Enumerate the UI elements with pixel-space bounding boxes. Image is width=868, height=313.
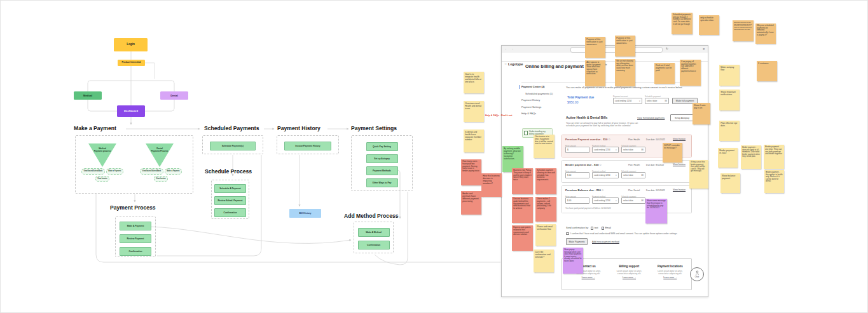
- learn-more-link[interactable]: Learn more →: [653, 276, 687, 279]
- make-payments-button[interactable]: Make Payments: [566, 238, 588, 245]
- sticky-note[interactable]: Alert spouse to make a payment. Show wha…: [585, 60, 605, 86]
- sticky-note[interactable]: Purpose of this notification is just awa…: [615, 36, 635, 57]
- sticky-note[interactable]: Make autopay flow: [719, 65, 740, 86]
- star-icon[interactable]: ☆: [504, 62, 507, 65]
- sticky-note[interactable]: Schedule payment allowing on time and sc…: [535, 168, 556, 194]
- flow-box[interactable]: Schedule Payment(s): [210, 142, 256, 150]
- heading-payment-process[interactable]: Payment Process: [110, 204, 156, 211]
- flow-box[interactable]: Schedule A Payment: [214, 184, 246, 193]
- sticky-note[interactable]: Is dental and health have separate membe…: [464, 130, 484, 152]
- heading-schedule-process[interactable]: Schedule Process: [205, 168, 252, 175]
- info-icon[interactable]: ⓘ: [609, 138, 610, 141]
- flow-pill[interactable]: View Invoice: [154, 176, 169, 182]
- sticky-note[interactable]: Express pain points related to this requ…: [512, 225, 533, 251]
- sidebar-item[interactable]: Payment History: [521, 98, 560, 102]
- sticky-note[interactable]: Can it be confirmation and reminder?: [534, 250, 554, 272]
- heading-scheduled-payments[interactable]: Scheduled Payments: [204, 125, 259, 131]
- flow-box[interactable]: Make A Payment: [120, 222, 151, 230]
- payment-method-select[interactable]: card ending 1234∨: [592, 197, 619, 204]
- scheduled-payments-frame[interactable]: Schedule Payment(s): [202, 135, 263, 154]
- flow-node-dashboard[interactable]: Dashboard: [117, 105, 145, 117]
- schedule-process-frame[interactable]: Schedule A PaymentReview Sched. PaymentC…: [211, 180, 249, 219]
- payment-method-select[interactable]: card ending 1234∨: [592, 172, 619, 178]
- sticky-note[interactable]: Binder and premium have different paymen…: [461, 191, 481, 215]
- sticky-note[interactable]: Show some message that this invoice is s…: [645, 199, 667, 223]
- flow-box[interactable]: Review Sched. Payment: [214, 196, 246, 205]
- make-a-payment-frame[interactable]: [75, 135, 193, 194]
- sticky-note[interactable]: If we paying all payment together, can a…: [680, 60, 701, 86]
- flow-box[interactable]: Confirmation: [214, 208, 246, 217]
- flow-box[interactable]: Set up Autopay: [366, 154, 398, 163]
- heading-payment-history[interactable]: Payment History: [277, 125, 320, 131]
- sticky-note[interactable]: Show important notifications: [719, 90, 740, 110]
- flow-box[interactable]: Invoice/Payment History: [284, 142, 331, 150]
- amount-input[interactable]: $ 40: [565, 172, 589, 178]
- sticky-note[interactable]: SETUP reminder txt message?: [663, 143, 682, 163]
- flow-pill[interactable]: View/Saved/Sched/Bank: [140, 168, 163, 175]
- reload-icon[interactable]: ↻: [666, 47, 668, 50]
- learn-more-link[interactable]: Learn more →: [612, 276, 646, 279]
- whiteboard-canvas[interactable]: Login Product Interstitial Medical Denta…: [0, 0, 868, 313]
- sticky-note[interactable]: only schedule upto due date.: [699, 15, 719, 35]
- view-scheduled-payments-link[interactable]: View Scheduled payments: [637, 117, 665, 119]
- info-icon[interactable]: ⓘ: [602, 189, 603, 192]
- flow-pill[interactable]: Make a Payment: [165, 168, 182, 175]
- sticky-note[interactable]: Binder payment - one time. They can see …: [764, 145, 784, 169]
- sticky-note[interactable]: One invoice at a time. If payment due, i…: [534, 135, 555, 158]
- amount-input[interactable]: $ 40: [565, 197, 589, 204]
- sticky-note[interactable]: Show balance payment: [720, 173, 740, 193]
- sticky-note[interactable]: Scheduled payments only go through if me…: [672, 13, 692, 34]
- view-invoice-link[interactable]: View Invoice: [673, 189, 685, 191]
- sticky-note[interactable]: Binder payment - does not apply to all m…: [741, 145, 761, 169]
- flow-box[interactable]: Review Payment: [120, 234, 151, 243]
- flow-box[interactable]: Confirmation: [120, 247, 151, 256]
- sticky-note[interactable]: Scheduled payment: if user also makes ma…: [733, 20, 754, 41]
- consent-checkbox[interactable]: [566, 232, 569, 236]
- add-payment-method-link[interactable]: Add new payment method: [592, 241, 619, 243]
- sticky-note[interactable]: Users makes 2 payments - call volume, re…: [535, 197, 556, 222]
- flow-box[interactable]: Quick Pay Setting: [366, 142, 398, 151]
- schedule-date-input[interactable]: select date ⊞: [645, 98, 669, 104]
- sticky-note[interactable]: How this business decision is impacting …: [481, 173, 502, 197]
- view-invoice-link[interactable]: View Invoice: [673, 163, 685, 166]
- flow-node-product-interstitial[interactable]: Product Interstitial: [118, 60, 145, 66]
- schedule-date-input[interactable]: select date⊞: [621, 147, 645, 153]
- checkbox[interactable]: ✓: [602, 227, 605, 230]
- add-method-process-frame[interactable]: Make A MethodConfirmation: [354, 222, 394, 253]
- payment-account-select[interactable]: card ending 1234 ∨: [613, 98, 642, 104]
- flow-node-dental[interactable]: Dental: [160, 91, 188, 100]
- learn-more-link[interactable]: Learn more →: [571, 276, 605, 279]
- close-icon[interactable]: ×: [703, 47, 705, 51]
- chat-button[interactable]: Chat: [690, 267, 704, 281]
- payment-settings-frame[interactable]: Quick Pay SettingSet up AutopayPayment M…: [351, 135, 413, 191]
- forward-icon[interactable]: →: [511, 47, 514, 50]
- site-logo[interactable]: Logotype: [508, 62, 523, 66]
- flow-box[interactable]: Other Ways to Pay: [366, 178, 398, 187]
- sticky-note[interactable]: Show popup message when user clicks make…: [563, 248, 583, 274]
- sticky-note[interactable]: Binder payment - this applies to health …: [764, 170, 784, 193]
- flow-pill[interactable]: View/Saved/Sched/Bank: [81, 168, 105, 175]
- sticky-note[interactable]: Plan effective xyz date.: [719, 121, 740, 141]
- payment-method-select[interactable]: card ending 1234∨: [592, 147, 619, 153]
- sticky-note[interactable]: We are not showing any information what …: [615, 59, 635, 86]
- sidebar-item[interactable]: Scheduled payments (1): [521, 92, 560, 95]
- sticky-note[interactable]: If customer: [757, 61, 777, 81]
- sidebar-item[interactable]: Payment Center (2): [521, 85, 560, 88]
- heading-add-method-process[interactable]: Add Method Process: [344, 213, 398, 219]
- sticky-note[interactable]: Purpose of this notification is just awa…: [585, 37, 605, 58]
- view-invoice-link[interactable]: View Invoice: [673, 138, 685, 140]
- sticky-note[interactable]: Show if auto pay is on: [692, 103, 710, 124]
- sidebar-item[interactable]: Payment Settings: [521, 105, 560, 109]
- flow-box[interactable]: Payment Methods: [366, 166, 398, 175]
- payment-process-frame[interactable]: Make A PaymentReview PaymentConfirmation: [115, 216, 156, 257]
- flow-pill[interactable]: Make a Payment: [106, 168, 123, 175]
- sticky-note[interactable]: Binder payment in 2022: [718, 148, 738, 168]
- back-icon[interactable]: ←: [505, 47, 508, 50]
- heading-make-a-payment[interactable]: Make a Payment: [74, 125, 116, 131]
- sticky-note[interactable]: Goal is to integrate health and dental b…: [464, 72, 484, 93]
- heading-payment-settings[interactable]: Payment Settings: [351, 125, 397, 131]
- sticky-note[interactable]: Find out if total payments can be paid: [654, 63, 675, 84]
- sticky-note[interactable]: If they cancel this binder payment, thei…: [689, 160, 708, 189]
- bill-history-box[interactable]: Bill History: [289, 209, 321, 218]
- sticky-note[interactable]: Overview visual. Health and dental icons…: [464, 101, 484, 122]
